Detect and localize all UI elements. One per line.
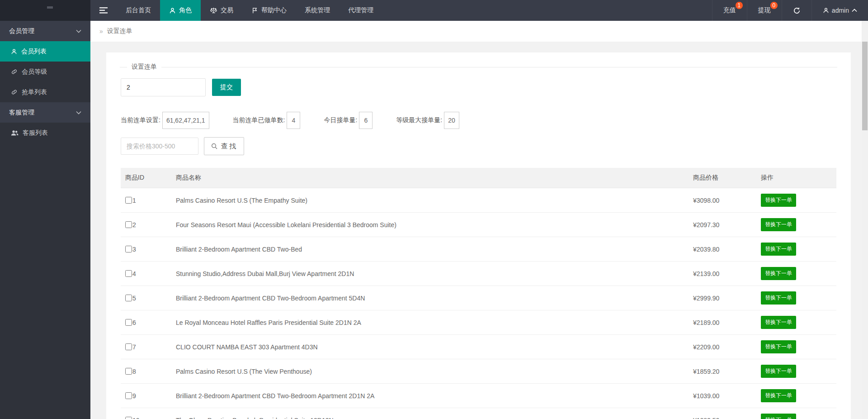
product-price: ¥1039.00 [689,384,756,408]
product-id: 6 [132,319,136,326]
stat-current-chain-setting: 当前连单设置: 61,62,47,21,1 [121,112,209,129]
col-product-name: 商品名称 [171,168,689,188]
row-checkbox[interactable] [125,295,132,301]
replace-next-order-button[interactable]: 替换下一单 [761,194,796,207]
recharge-button[interactable]: 充值 1 [712,0,747,21]
chevron-down-icon [76,111,81,114]
nav-label: 帮助中心 [261,6,287,14]
nav-label: 系统管理 [305,6,330,14]
breadcrumb-chevrons-icon: » [99,28,103,35]
stat-label: 当前连单已做单数: [233,116,285,124]
sidebar: 会员管理 会员列表 会员等级 抢单列 [0,21,90,419]
product-id: 9 [132,392,136,400]
replace-next-order-button[interactable]: 替换下一单 [761,365,796,378]
stat-value: 20 [444,112,459,129]
refresh-icon [793,7,801,14]
product-table: 商品ID 商品名称 商品价格 操作 1 [121,168,836,419]
col-product-price: 商品价格 [689,168,756,188]
product-price: ¥1089.50 [689,408,756,419]
product-price: ¥1859.20 [689,359,756,384]
group-label: 会员管理 [9,27,34,35]
replace-next-order-button[interactable]: 替换下一单 [761,291,796,305]
replace-next-order-button[interactable]: 替换下一单 [761,218,796,231]
sidebar-item-service-list[interactable]: 客服列表 [0,123,90,143]
table-row: 9 Brilliant 2-Bedroom Apartment CBD Two-… [121,384,836,408]
chain-row: 提交 [121,78,836,96]
scales-icon [210,7,217,14]
sidebar-toggle-button[interactable] [90,0,117,21]
header-right: 充值 1 提现 0 admin [712,0,868,21]
col-product-id: 商品ID [121,168,171,188]
logo [47,6,53,9]
sidebar-item-member-level[interactable]: 会员等级 [0,62,90,82]
sidebar-item-label: 会员等级 [22,68,47,76]
nav-item-system[interactable]: 系统管理 [296,0,339,21]
stat-label: 等级最大接单量: [396,116,442,124]
replace-next-order-button[interactable]: 替换下一单 [761,389,796,402]
stat-today-orders: 今日接单量: 6 [324,112,373,129]
scrollbar-track [862,21,868,419]
username: admin [832,7,849,14]
sidebar-group-member-management[interactable]: 会员管理 [0,21,90,41]
row-checkbox[interactable] [125,392,132,399]
product-id: 3 [132,246,136,253]
layout: 会员管理 会员列表 会员等级 抢单列 [0,21,868,419]
product-name: Brilliant 2-Bedroom Apartment CBD Two-Be… [171,237,689,262]
scrollbar-thumb[interactable] [862,42,868,130]
product-name: Brilliant 2-Bedroom Apartment CBD Two-Be… [171,384,689,408]
sidebar-group-service-management[interactable]: 客服管理 [0,102,90,123]
nav-item-trade[interactable]: 交易 [201,0,242,21]
row-checkbox[interactable] [125,417,132,419]
product-name: Brilliant 2-Bedroom Apartment CBD Two-Be… [171,286,689,310]
sidebar-filler [0,143,90,419]
chain-order-input[interactable] [121,78,206,96]
col-actions: 操作 [756,168,836,188]
price-search-input[interactable] [121,138,198,155]
flag-icon [251,7,258,14]
row-checkbox[interactable] [125,368,132,375]
person-icon [169,7,176,14]
product-name: Palms Casino Resort U.S (The Empathy Sui… [171,188,689,213]
nav-item-help-center[interactable]: 帮助中心 [242,0,296,21]
row-checkbox[interactable] [125,246,132,252]
nav-item-agent[interactable]: 代理管理 [339,0,382,21]
row-checkbox[interactable] [125,197,132,204]
stat-value: 4 [287,112,300,129]
submit-button[interactable]: 提交 [212,79,241,96]
sidebar-item-member-list[interactable]: 会员列表 [0,41,90,62]
sidebar-item-grab-order-list[interactable]: 抢单列表 [0,82,90,102]
stat-level-max-orders: 等级最大接单量: 20 [396,112,459,129]
stat-value: 61,62,47,21,1 [162,112,209,129]
withdraw-badge: 0 [770,2,778,9]
replace-next-order-button[interactable]: 替换下一单 [761,340,796,353]
nav-item-role[interactable]: 角色 [160,0,201,21]
stat-value: 6 [359,112,373,129]
product-price: ¥2097.30 [689,213,756,237]
search-button[interactable]: 查找 [204,137,244,155]
replace-next-order-button[interactable]: 替换下一单 [761,267,796,280]
replace-next-order-button[interactable]: 替换下一单 [761,316,796,329]
fieldset-legend: 设置连单 [127,63,161,71]
product-name: Le Royal Monceau Hotel Raffles Paris Pre… [171,310,689,335]
user-menu[interactable]: admin [811,0,868,21]
table-row: 10 The Okura Prestige Bangkok-Presidenti… [121,408,836,419]
table-row: 7 CLIO COURT NAMBA EAST 303 Apartment 4D… [121,335,836,359]
row-checkbox[interactable] [125,221,132,228]
link-icon [11,89,18,95]
stat-orders-done: 当前连单已做单数: 4 [233,112,301,129]
nav-item-home[interactable]: 后台首页 [117,0,160,21]
row-checkbox[interactable] [125,343,132,350]
withdraw-button[interactable]: 提现 0 [747,0,782,21]
group-label: 客服管理 [9,109,34,117]
replace-next-order-button[interactable]: 替换下一单 [761,414,796,419]
nav-label: 角色 [179,6,192,14]
row-checkbox[interactable] [125,270,132,277]
header-spacer [382,0,712,21]
product-price: ¥2999.90 [689,286,756,310]
row-checkbox[interactable] [125,319,132,326]
product-price: ¥2209.00 [689,335,756,359]
product-id: 5 [132,295,136,302]
table-row: 2 Four Seasons Resort Maui (Accessible L… [121,213,836,237]
refresh-button[interactable] [782,0,811,21]
replace-next-order-button[interactable]: 替换下一单 [761,243,796,256]
